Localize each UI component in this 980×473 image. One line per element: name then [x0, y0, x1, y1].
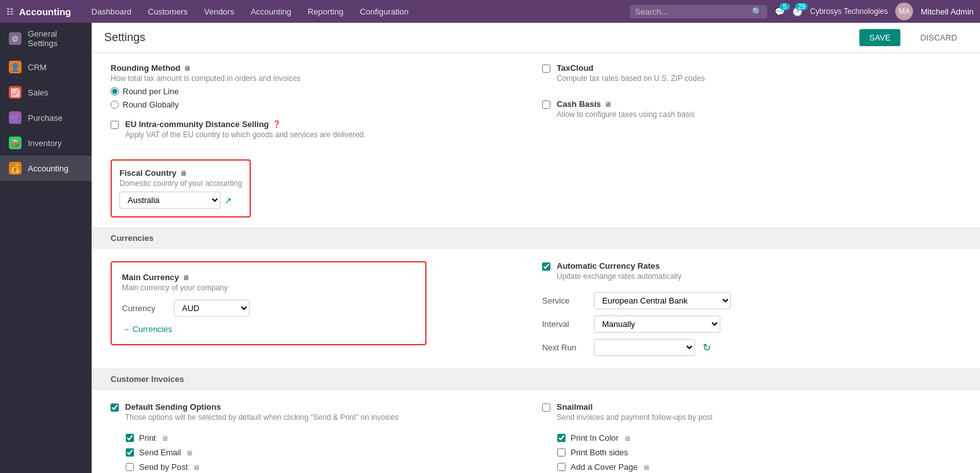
sidebar-item-inventory[interactable]: 📦 Inventory [0, 130, 92, 156]
tax-settings-section: Rounding Method 🖥 How total tax amount i… [92, 53, 980, 228]
send-by-post-option: Send by Post 🖥 [126, 462, 529, 472]
rounding-desc: How total tax amount is computed in orde… [111, 74, 529, 83]
taxcloud-label-group: TaxCloud Compute tax rates based on U.S.… [557, 63, 705, 87]
save-button[interactable]: SAVE [859, 29, 901, 46]
send-email-checkbox[interactable] [126, 448, 134, 457]
main-currency-highlight: Main Currency 🖥 Main currency of your co… [111, 261, 426, 345]
print-both-sides-option: Print Both sides [557, 448, 961, 457]
nav-reporting[interactable]: Reporting [300, 3, 351, 20]
taxcloud-checkbox[interactable] [542, 64, 550, 73]
accounting-icon: 💰 [9, 162, 21, 175]
auto-currency-label: Automatic Currency Rates [557, 261, 681, 271]
print-icon[interactable]: 🖥 [161, 434, 168, 442]
cash-basis-label: Cash Basis 🖥 [557, 99, 695, 109]
fiscal-country-icon[interactable]: 🖥 [179, 169, 186, 177]
eu-intra-help-icon[interactable]: ❓ [272, 120, 281, 128]
eu-checkbox-row: EU Intra-community Distance Selling ❓ Ap… [111, 120, 529, 143]
search-box: 🔍 [630, 5, 767, 18]
settings-content: Rounding Method 🖥 How total tax amount i… [92, 53, 980, 473]
round-per-line-option[interactable]: Round per Line [111, 87, 529, 96]
interval-select[interactable]: Manually Daily Weekly Monthly [594, 316, 720, 333]
messages-icon[interactable]: 💬 5 [775, 7, 785, 16]
print-checkbox[interactable] [126, 434, 134, 442]
nav-dashboard[interactable]: Dashboard [84, 3, 140, 20]
company-name: Cybrosys Technologies [810, 7, 888, 16]
nav-customers[interactable]: Customers [140, 3, 195, 20]
sidebar-item-label-crm: CRM [28, 63, 47, 72]
round-globally-radio[interactable] [111, 101, 119, 109]
email-icon[interactable]: 🖥 [186, 449, 193, 457]
snailmail-options-list: Print In Color 🖥 Print Both sides Add a … [557, 433, 961, 472]
sales-icon: 📈 [9, 86, 21, 99]
taxcloud-setting: TaxCloud Compute tax rates based on U.S.… [542, 63, 961, 87]
rounding-info-icon[interactable]: 🖥 [183, 64, 190, 72]
print-option: Print 🖥 [126, 433, 529, 443]
currencies-grid: Main Currency 🖥 Main currency of your co… [111, 261, 961, 356]
service-select[interactable]: European Central Bank International Mone… [594, 292, 731, 309]
currencies-section-divider: Currencies [92, 228, 980, 249]
sidebar-item-general[interactable]: ⚙ General Settings [0, 23, 92, 54]
purchase-icon: 🛒 [9, 111, 21, 124]
nav-configuration[interactable]: Configuration [352, 3, 416, 20]
currency-select[interactable]: AUD USD EUR GBP [174, 300, 250, 317]
sending-options-list: Print 🖥 Send Email 🖥 Send by Post 🖥 [126, 433, 529, 472]
sidebar-item-crm[interactable]: 👤 CRM [0, 54, 92, 80]
nav-vendors[interactable]: Vendors [197, 3, 242, 20]
print-color-icon[interactable]: 🖥 [624, 434, 631, 442]
refresh-icon[interactable]: ↻ [703, 341, 711, 353]
nav-accounting[interactable]: Accounting [243, 3, 299, 20]
currencies-link[interactable]: Currencies [122, 324, 172, 334]
currency-select-row: Currency AUD USD EUR GBP [122, 300, 415, 317]
invoices-grid: Default Sending Options Those options wi… [111, 402, 961, 473]
auto-currency-desc: Update exchange rates automatically [557, 272, 681, 281]
print-color-checkbox[interactable] [557, 434, 566, 442]
activity-icon[interactable]: 🕐 29 [792, 7, 802, 16]
next-run-row: Next Run ↻ [542, 339, 961, 356]
sidebar-item-sales[interactable]: 📈 Sales [0, 80, 92, 105]
main-content: Settings SAVE DISCARD Rounding Method 🖥 … [92, 23, 980, 473]
eu-intra-checkbox[interactable] [111, 121, 119, 129]
search-input[interactable] [635, 7, 749, 16]
user-avatar[interactable]: MA [895, 3, 913, 20]
sidebar-item-label-purchase: Purchase [28, 113, 63, 123]
print-both-sides-checkbox[interactable] [557, 448, 566, 457]
sidebar-item-accounting[interactable]: 💰 Accounting [0, 156, 92, 181]
next-run-label: Next Run [542, 343, 586, 352]
fiscal-country-external-link[interactable]: ↗ [224, 195, 232, 206]
snailmail-checkbox[interactable] [542, 403, 550, 412]
eu-intra-label: EU Intra-community Distance Selling ❓ [125, 120, 366, 129]
sidebar-item-purchase[interactable]: 🛒 Purchase [0, 105, 92, 130]
snailmail-header: Snailmail Send invoices and payment foll… [542, 402, 961, 426]
default-sending-header: Default Sending Options Those options wi… [111, 402, 529, 426]
taxcloud-cashbasis-col: TaxCloud Compute tax rates based on U.S.… [542, 63, 961, 218]
discard-button[interactable]: DISCARD [910, 29, 967, 46]
send-by-post-checkbox[interactable] [126, 463, 134, 471]
app-grid-icon[interactable]: ☷ [6, 7, 14, 16]
top-nav-right: 🔍 💬 5 🕐 29 Cybrosys Technologies MA Mitc… [630, 3, 974, 20]
add-cover-page-checkbox[interactable] [557, 463, 566, 471]
fiscal-country-desc: Domestic country of your accounting [119, 179, 242, 188]
tax-settings-grid: Rounding Method 🖥 How total tax amount i… [111, 63, 961, 218]
eu-intra-label-group: EU Intra-community Distance Selling ❓ Ap… [125, 120, 366, 143]
sidebar-item-label-general: General Settings [28, 29, 83, 48]
round-globally-option[interactable]: Round Globally [111, 100, 529, 109]
user-name: Mitchell Admin [921, 7, 974, 16]
cash-basis-setting: Cash Basis 🖥 Allow to configure taxes us… [542, 99, 961, 123]
interval-row: Interval Manually Daily Weekly Monthly [542, 316, 961, 333]
fiscal-country-select[interactable]: Australia United States United Kingdom F… [119, 192, 221, 209]
cash-basis-checkbox[interactable] [542, 101, 550, 109]
default-sending-checkbox[interactable] [111, 403, 119, 412]
round-per-line-radio[interactable] [111, 87, 119, 95]
snailmail-label: Snailmail [557, 402, 713, 412]
main-currency-col: Main Currency 🖥 Main currency of your co… [111, 261, 529, 356]
next-run-select[interactable] [594, 339, 695, 356]
cover-page-icon[interactable]: 🖥 [643, 464, 650, 471]
auto-currency-checkbox[interactable] [542, 262, 550, 271]
sidebar-item-label-inventory: Inventory [28, 138, 61, 148]
cash-basis-icon[interactable]: 🖥 [604, 101, 611, 108]
main-currency-icon[interactable]: 🖥 [182, 274, 189, 281]
settings-header: Settings SAVE DISCARD [92, 23, 980, 53]
post-icon[interactable]: 🖥 [193, 464, 200, 471]
auto-currency-label-group: Automatic Currency Rates Update exchange… [557, 261, 681, 285]
fiscal-country-highlight: Fiscal Country 🖥 Domestic country of you… [111, 159, 251, 218]
